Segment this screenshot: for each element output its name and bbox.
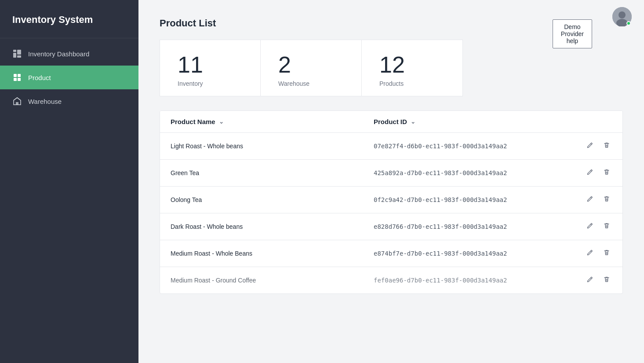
- cell-product-id: e874bf7e-d7b0-ec11-983f-000d3a149aa2: [374, 250, 577, 257]
- svg-rect-5: [18, 74, 21, 77]
- warehouse-icon: [12, 96, 22, 106]
- cell-product-name: Medium Roast - Whole Beans: [171, 250, 374, 257]
- delete-button[interactable]: [601, 168, 612, 178]
- sidebar-item-label: Inventory Dashboard: [28, 50, 89, 58]
- delete-button[interactable]: [601, 248, 612, 259]
- stat-card-inventory: 11 Inventory: [160, 40, 261, 96]
- cell-actions: [577, 248, 612, 259]
- sidebar-item-warehouse[interactable]: Warehouse: [0, 89, 138, 113]
- stat-card-products: 12 Products: [362, 40, 463, 96]
- delete-button[interactable]: [601, 275, 612, 286]
- sidebar-item-inventory-dashboard[interactable]: Inventory Dashboard: [0, 42, 138, 66]
- table-row: Dark Roast - Whole beans e828d766-d7b0-e…: [160, 213, 622, 240]
- stat-number-inventory: 11: [178, 52, 203, 77]
- svg-rect-2: [17, 50, 21, 55]
- stat-card-warehouse: 2 Warehouse: [261, 40, 362, 96]
- cell-product-id: e828d766-d7b0-ec11-983f-000d3a149aa2: [374, 223, 577, 230]
- product-icon: [12, 73, 22, 82]
- cell-product-id: 07e827f4-d6b0-ec11-983f-000d3a149aa2: [374, 143, 577, 150]
- table-row: Medium Roast - Ground Coffee fef0ae96-d7…: [160, 267, 622, 293]
- svg-rect-8: [16, 102, 18, 105]
- column-actions: [577, 118, 612, 125]
- sidebar-item-product[interactable]: Product: [0, 66, 138, 89]
- delete-button[interactable]: [601, 141, 612, 151]
- demo-provider-help-button[interactable]: Demo Provider help: [553, 19, 592, 48]
- stat-label-warehouse: Warehouse: [278, 80, 309, 87]
- main-content: Demo Provider help Product List 11 Inven…: [138, 0, 644, 363]
- sort-product-id-icon: ⌄: [411, 118, 415, 125]
- avatar[interactable]: [612, 7, 632, 26]
- svg-rect-3: [17, 55, 21, 58]
- cell-actions: [577, 141, 612, 151]
- cell-product-name: Oolong Tea: [171, 196, 374, 203]
- column-product-id[interactable]: Product ID ⌄: [374, 118, 577, 125]
- cell-actions: [577, 194, 612, 205]
- edit-button[interactable]: [585, 168, 595, 178]
- stat-label-products: Products: [379, 80, 404, 87]
- svg-rect-1: [13, 53, 16, 58]
- table-row: Medium Roast - Whole Beans e874bf7e-d7b0…: [160, 240, 622, 267]
- delete-button[interactable]: [601, 221, 612, 232]
- svg-rect-4: [14, 74, 17, 77]
- cell-product-id: 0f2c9a42-d7b0-ec11-983f-000d3a149aa2: [374, 196, 577, 203]
- table-row: Light Roast - Whole beans 07e827f4-d6b0-…: [160, 133, 622, 160]
- cell-product-id: fef0ae96-d7b0-ec11-983f-000d3a149aa2: [374, 277, 577, 284]
- table-row: Green Tea 425a892a-d7b0-ec11-983f-000d3a…: [160, 160, 622, 187]
- cell-product-name: Dark Roast - Whole beans: [171, 223, 374, 230]
- table-row: Oolong Tea 0f2c9a42-d7b0-ec11-983f-000d3…: [160, 187, 622, 213]
- stat-number-products: 12: [379, 52, 405, 77]
- edit-button[interactable]: [585, 221, 595, 232]
- cell-product-id: 425a892a-d7b0-ec11-983f-000d3a149aa2: [374, 169, 577, 176]
- delete-button[interactable]: [601, 194, 612, 205]
- cell-product-name: Light Roast - Whole beans: [171, 143, 374, 150]
- stat-number-warehouse: 2: [278, 52, 291, 77]
- edit-button[interactable]: [585, 248, 595, 259]
- table-header: Product Name ⌄ Product ID ⌄: [160, 111, 622, 133]
- svg-rect-6: [14, 78, 17, 81]
- svg-rect-0: [13, 50, 16, 52]
- app-title: Inventory System: [0, 0, 138, 38]
- sidebar-item-label: Warehouse: [28, 98, 62, 105]
- cell-product-name: Medium Roast - Ground Coffee: [171, 277, 374, 284]
- avatar-online-dot: [626, 21, 631, 26]
- sort-product-name-icon: ⌄: [219, 118, 224, 125]
- edit-button[interactable]: [585, 194, 595, 205]
- table-body: Light Roast - Whole beans 07e827f4-d6b0-…: [160, 133, 622, 293]
- svg-point-10: [619, 11, 626, 18]
- edit-button[interactable]: [585, 141, 595, 151]
- edit-button[interactable]: [585, 275, 595, 286]
- stat-label-inventory: Inventory: [178, 80, 203, 87]
- dashboard-icon: [12, 49, 22, 59]
- product-table: Product Name ⌄ Product ID ⌄ Light Roast …: [160, 110, 623, 294]
- cell-product-name: Green Tea: [171, 169, 374, 176]
- sidebar-item-label: Product: [28, 74, 51, 81]
- cell-actions: [577, 221, 612, 232]
- cell-actions: [577, 168, 612, 178]
- sidebar: Inventory System Inventory Dashboard: [0, 0, 138, 363]
- topbar: Demo Provider help: [612, 7, 632, 26]
- svg-rect-7: [18, 78, 21, 81]
- column-product-name[interactable]: Product Name ⌄: [171, 118, 374, 125]
- cell-actions: [577, 275, 612, 286]
- sidebar-nav: Inventory Dashboard Product: [0, 42, 138, 113]
